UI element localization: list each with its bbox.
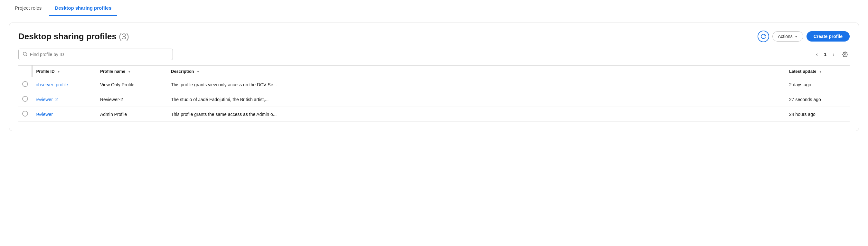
row-radio-1[interactable]: [18, 92, 32, 107]
col-header-description[interactable]: Description ▼: [167, 66, 785, 77]
col-header-radio: [18, 66, 32, 77]
search-row: ‹ 1 ›: [18, 49, 850, 60]
pagination-row: ‹ 1 ›: [812, 50, 850, 59]
sort-profile-id-icon: ▼: [57, 70, 60, 73]
radio-circle-1[interactable]: [22, 96, 28, 102]
profiles-table: Profile ID ▼ Profile name ▼ Description …: [18, 65, 850, 122]
next-page-button[interactable]: ›: [829, 50, 838, 59]
search-box: [18, 49, 173, 60]
table-header-row: Profile ID ▼ Profile name ▼ Description …: [18, 66, 850, 77]
create-profile-button[interactable]: Create profile: [807, 31, 850, 41]
row-description-1: The studio of Jadé Fadojutimi, the Briti…: [167, 92, 785, 107]
tab-desktop-sharing-label: Desktop sharing profiles: [55, 5, 112, 11]
row-description-2: This profile grants the same access as t…: [167, 107, 785, 122]
page-wrapper: Project roles Desktop sharing profiles D…: [0, 0, 868, 246]
profile-id-link-0[interactable]: observer_profile: [36, 82, 68, 87]
row-latest-update-1: 27 seconds ago: [785, 92, 850, 107]
actions-button[interactable]: Actions ▼: [772, 31, 803, 41]
col-header-profile-id[interactable]: Profile ID ▼: [32, 66, 96, 77]
profile-id-link-2[interactable]: reviewer: [36, 112, 53, 117]
radio-circle-2[interactable]: [22, 111, 28, 117]
col-header-latest-update[interactable]: Latest update ▼: [785, 66, 850, 77]
refresh-icon: [761, 33, 766, 39]
row-latest-update-0: 2 days ago: [785, 77, 850, 92]
sort-description-icon: ▼: [196, 70, 199, 73]
svg-point-2: [844, 54, 846, 55]
next-arrow-icon: ›: [833, 52, 834, 57]
search-input[interactable]: [30, 52, 169, 57]
card-title: Desktop sharing profiles (3): [18, 32, 129, 41]
col-label-description: Description: [171, 69, 194, 74]
current-page-number: 1: [824, 52, 827, 57]
refresh-button[interactable]: [757, 31, 769, 42]
table-settings-button[interactable]: [841, 50, 850, 59]
row-profile-id-0[interactable]: observer_profile: [32, 77, 96, 92]
card-count: (3): [119, 32, 129, 41]
row-profile-name-2: Admin Profile: [96, 107, 167, 122]
row-radio-0[interactable]: [18, 77, 32, 92]
table-body: observer_profile View Only Profile This …: [18, 77, 850, 122]
table-wrapper: Profile ID ▼ Profile name ▼ Description …: [18, 65, 850, 122]
search-icon: [23, 52, 27, 57]
card-header: Desktop sharing profiles (3) Actions ▼ C…: [18, 31, 850, 42]
prev-arrow-icon: ‹: [816, 52, 818, 57]
table-row: reviewer Admin Profile This profile gran…: [18, 107, 850, 122]
create-profile-label: Create profile: [814, 34, 843, 39]
row-radio-2[interactable]: [18, 107, 32, 122]
table-row: observer_profile View Only Profile This …: [18, 77, 850, 92]
row-profile-name-1: Reviewer-2: [96, 92, 167, 107]
row-latest-update-2: 24 hours ago: [785, 107, 850, 122]
tab-divider: [48, 5, 48, 11]
tabs-bar: Project roles Desktop sharing profiles: [0, 0, 868, 16]
row-profile-name-0: View Only Profile: [96, 77, 167, 92]
sort-profile-name-icon: ▼: [128, 70, 131, 73]
col-header-profile-name[interactable]: Profile name ▼: [96, 66, 167, 77]
profile-id-link-1[interactable]: reviewer_2: [36, 97, 58, 102]
col-label-profile-name: Profile name: [100, 69, 125, 74]
actions-label: Actions: [778, 34, 793, 39]
card-title-text: Desktop sharing profiles: [18, 32, 117, 41]
tab-project-roles-label: Project roles: [15, 5, 41, 11]
gear-icon: [842, 52, 848, 57]
svg-line-1: [26, 55, 27, 56]
sort-latest-update-icon: ▼: [819, 70, 822, 73]
chevron-down-icon: ▼: [795, 35, 798, 38]
header-actions: Actions ▼ Create profile: [757, 31, 850, 42]
tab-project-roles[interactable]: Project roles: [9, 0, 47, 16]
table-row: reviewer_2 Reviewer-2 The studio of Jadé…: [18, 92, 850, 107]
row-profile-id-2[interactable]: reviewer: [32, 107, 96, 122]
radio-circle-0[interactable]: [22, 81, 28, 87]
col-label-profile-id: Profile ID: [36, 69, 55, 74]
row-profile-id-1[interactable]: reviewer_2: [32, 92, 96, 107]
col-label-latest-update: Latest update: [789, 69, 816, 74]
tab-desktop-sharing[interactable]: Desktop sharing profiles: [49, 0, 117, 16]
row-description-0: This profile grants view only access on …: [167, 77, 785, 92]
prev-page-button[interactable]: ‹: [812, 50, 821, 59]
main-card: Desktop sharing profiles (3) Actions ▼ C…: [9, 23, 859, 131]
